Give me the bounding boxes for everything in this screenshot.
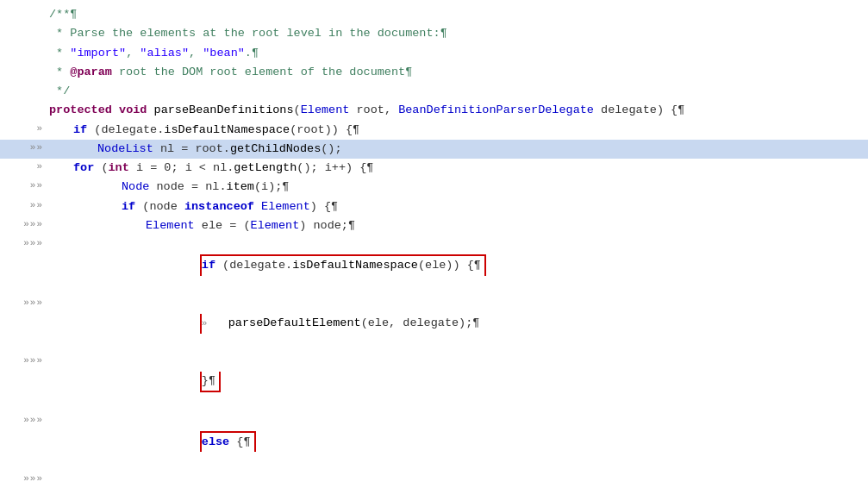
code-line: »»» else {¶ (0, 412, 868, 472)
code-line: »» NodeList nl = root.getChildNodes(); (0, 140, 868, 159)
gutter: » (0, 159, 47, 174)
line-content: if (delegate.isDefaultNamespace(ele)) {¶ (47, 235, 868, 295)
line-content: if (delegate.isDefaultNamespace(root)) {… (47, 121, 868, 140)
gutter: »»» (0, 235, 47, 251)
code-line: » if (delegate.isDefaultNamespace(root))… (0, 121, 868, 140)
code-line: »»» » parseDefaultElement(ele, delegate)… (0, 295, 868, 353)
line-content: * Parse the elements at the root level i… (47, 24, 868, 43)
code-line: * "import", "alias", "bean".¶ (0, 44, 868, 63)
gutter: »»» (0, 216, 47, 232)
code-line: »»» Element ele = (Element) node;¶ (0, 216, 868, 235)
line-content: }¶ (47, 353, 868, 412)
gutter: »» (0, 197, 47, 213)
red-box-2-container: »»» else {¶ »»» » delegate.parseCustomEl… (0, 412, 868, 482)
line-content: * "import", "alias", "bean".¶ (47, 44, 868, 63)
gutter: »»» (0, 471, 47, 482)
code-container: /**¶ * Parse the elements at the root le… (0, 0, 868, 482)
line-content: » parseDefaultElement(ele, delegate);¶ (47, 295, 868, 353)
line-content: protected void parseBeanDefinitions(Elem… (47, 101, 868, 120)
code-line: »»» if (delegate.isDefaultNamespace(ele)… (0, 235, 868, 295)
code-line: * Parse the elements at the root level i… (0, 24, 868, 43)
gutter: »» (0, 140, 47, 155)
code-line: protected void parseBeanDefinitions(Elem… (0, 101, 868, 120)
line-content: » delegate.parseCustomElement(ele);¶ (47, 471, 868, 482)
gutter: »» (0, 178, 47, 193)
gutter: » (0, 121, 47, 136)
line-content: /**¶ (47, 5, 868, 24)
code-line: * @param root the DOM root element of th… (0, 63, 868, 82)
line-content: Node node = nl.item(i);¶ (47, 178, 868, 197)
code-line: */ (0, 82, 868, 101)
line-content: NodeList nl = root.getChildNodes(); (47, 140, 868, 159)
line-content: for (int i = 0; i < nl.getLength(); i++)… (47, 159, 868, 178)
code-line: /**¶ (0, 5, 868, 24)
code-line: »» if (node instanceof Element) {¶ (0, 197, 868, 216)
code-line: »»» » delegate.parseCustomElement(ele);¶ (0, 471, 868, 482)
line-content: * @param root the DOM root element of th… (47, 63, 868, 82)
gutter: »»» (0, 412, 47, 428)
red-box-1-container: »»» if (delegate.isDefaultNamespace(ele)… (0, 235, 868, 411)
line-content: */ (47, 82, 868, 101)
code-line: »» Node node = nl.item(i);¶ (0, 178, 868, 197)
code-line: » for (int i = 0; i < nl.getLength(); i+… (0, 159, 868, 178)
code-line: »»» }¶ (0, 353, 868, 412)
gutter: »»» (0, 353, 47, 368)
line-content: if (node instanceof Element) {¶ (47, 197, 868, 216)
line-content: else {¶ (47, 412, 868, 472)
gutter: »»» (0, 295, 47, 310)
line-content: Element ele = (Element) node;¶ (47, 216, 868, 235)
